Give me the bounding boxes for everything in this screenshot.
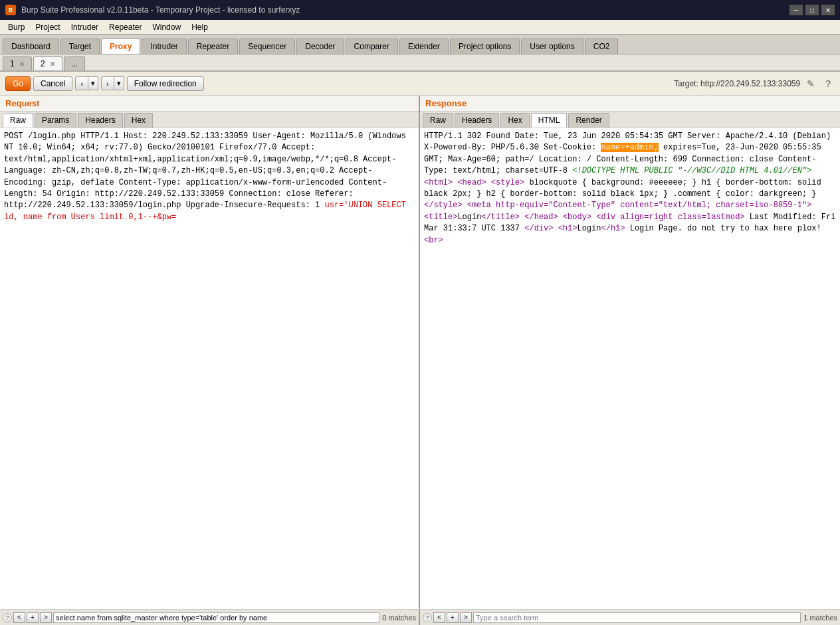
tab-dashboard[interactable]: Dashboard bbox=[3, 39, 59, 54]
back-dropdown[interactable]: ▾ bbox=[88, 76, 98, 90]
close-tab-1-icon[interactable]: ✕ bbox=[19, 60, 25, 68]
maximize-button[interactable]: □ bbox=[805, 5, 819, 15]
res-search-input[interactable] bbox=[473, 612, 801, 623]
request-content: POST /login.php HTTP/1.1 Host: 220.249.5… bbox=[0, 128, 419, 609]
res-next-button[interactable]: + bbox=[447, 612, 459, 623]
menu-intruder[interactable]: Intruder bbox=[66, 21, 104, 33]
tab-intruder[interactable]: Intruder bbox=[142, 39, 186, 54]
help-target-icon[interactable]: ? bbox=[821, 77, 835, 90]
tab-proxy[interactable]: Proxy bbox=[101, 39, 140, 54]
proxy-subtab-more[interactable]: ... bbox=[64, 56, 85, 70]
back-button[interactable]: ‹ bbox=[75, 76, 88, 90]
close-button[interactable]: ✕ bbox=[821, 5, 835, 15]
tab-target[interactable]: Target bbox=[60, 39, 100, 54]
res-prev-button[interactable]: < bbox=[433, 612, 445, 623]
req-matches-label: 0 matches bbox=[382, 614, 416, 622]
res-tab-raw[interactable]: Raw bbox=[423, 113, 453, 128]
back-nav: ‹ ▾ bbox=[75, 76, 98, 90]
forward-nav: › ▾ bbox=[101, 76, 124, 90]
title-bar: B Burp Suite Professional v2.0.11beta - … bbox=[0, 0, 840, 20]
req-help-icon[interactable]: ? bbox=[3, 613, 12, 622]
req-tab-raw[interactable]: Raw bbox=[3, 113, 33, 128]
sub-tabs: 1 ✕ 2 ✕ ... bbox=[0, 54, 840, 72]
tab-sequencer[interactable]: Sequencer bbox=[239, 39, 295, 54]
req-tab-hex[interactable]: Hex bbox=[124, 113, 153, 128]
res-tab-render[interactable]: Render bbox=[568, 113, 609, 128]
forward-dropdown[interactable]: ▾ bbox=[114, 76, 124, 90]
proxy-subtab-1[interactable]: 1 ✕ bbox=[3, 56, 32, 70]
res-tab-headers[interactable]: Headers bbox=[455, 113, 499, 128]
follow-redirect-button[interactable]: Follow redirection bbox=[127, 76, 204, 91]
response-title: Response bbox=[420, 96, 840, 112]
content-area: Request Raw Params Headers Hex POST /log… bbox=[0, 96, 840, 609]
res-tab-hex[interactable]: Hex bbox=[500, 113, 529, 128]
menu-repeater[interactable]: Repeater bbox=[104, 21, 147, 33]
response-content: HTTP/1.1 302 Found Date: Tue, 23 Jun 202… bbox=[420, 128, 840, 609]
tab-project-options[interactable]: Project options bbox=[450, 39, 520, 54]
tab-co2[interactable]: CO2 bbox=[585, 39, 619, 54]
menu-window[interactable]: Window bbox=[147, 21, 186, 33]
req-tab-headers[interactable]: Headers bbox=[78, 113, 122, 128]
bottom-bar: ? < + > 0 matches ? < + > 1 matches bbox=[0, 609, 840, 625]
response-panel: Response Raw Headers Hex HTML Render HTT… bbox=[420, 96, 840, 609]
res-tab-html[interactable]: HTML bbox=[531, 113, 568, 128]
minimize-button[interactable]: ─ bbox=[789, 5, 803, 15]
title-text: Burp Suite Professional v2.0.11beta - Te… bbox=[21, 5, 300, 15]
tab-decoder[interactable]: Decoder bbox=[296, 39, 344, 54]
request-raw-text[interactable]: POST /login.php HTTP/1.1 Host: 220.249.5… bbox=[0, 128, 419, 609]
req-prev-button[interactable]: < bbox=[13, 612, 25, 623]
window-controls: ─ □ ✕ bbox=[789, 5, 835, 15]
req-tab-params[interactable]: Params bbox=[35, 113, 76, 128]
request-tabs: Raw Params Headers Hex bbox=[0, 112, 419, 128]
menu-bar: Burp Project Intruder Repeater Window He… bbox=[0, 20, 840, 35]
tab-repeater[interactable]: Repeater bbox=[188, 39, 238, 54]
req-next-button[interactable]: + bbox=[27, 612, 39, 623]
menu-burp[interactable]: Burp bbox=[3, 21, 30, 33]
req-search-bar: ? < + > 0 matches bbox=[0, 610, 420, 625]
request-title: Request bbox=[0, 96, 419, 112]
proxy-subtab-2[interactable]: 2 ✕ bbox=[33, 56, 62, 70]
res-matches-label: 1 matches bbox=[803, 614, 837, 622]
response-tabs: Raw Headers Hex HTML Render bbox=[420, 112, 840, 128]
menu-help[interactable]: Help bbox=[186, 21, 213, 33]
menu-project[interactable]: Project bbox=[30, 21, 65, 33]
req-search-input[interactable] bbox=[53, 612, 379, 623]
res-next2-button[interactable]: > bbox=[460, 612, 472, 623]
res-help-icon[interactable]: ? bbox=[423, 613, 432, 622]
forward-button[interactable]: › bbox=[101, 76, 114, 90]
tab-comparer[interactable]: Comparer bbox=[346, 39, 398, 54]
toolbar: Go Cancel ‹ ▾ › ▾ Follow redirection Tar… bbox=[0, 72, 840, 96]
response-raw-text: HTTP/1.1 302 Found Date: Tue, 23 Jun 202… bbox=[420, 128, 840, 609]
req-next2-button[interactable]: > bbox=[40, 612, 52, 623]
target-label: Target: http://220.249.52.133:33059 bbox=[674, 79, 800, 88]
go-button[interactable]: Go bbox=[5, 76, 31, 91]
close-tab-2-icon[interactable]: ✕ bbox=[50, 60, 55, 68]
cancel-button[interactable]: Cancel bbox=[33, 76, 72, 91]
request-panel: Request Raw Params Headers Hex POST /log… bbox=[0, 96, 420, 609]
tab-user-options[interactable]: User options bbox=[521, 39, 583, 54]
title-left: B Burp Suite Professional v2.0.11beta - … bbox=[5, 5, 300, 15]
main-tabs: Dashboard Target Proxy Intruder Repeater… bbox=[0, 35, 840, 54]
app-icon: B bbox=[5, 5, 16, 15]
res-search-bar: ? < + > 1 matches bbox=[420, 610, 840, 625]
edit-target-icon[interactable]: ✎ bbox=[803, 77, 819, 90]
tab-extender[interactable]: Extender bbox=[399, 39, 449, 54]
